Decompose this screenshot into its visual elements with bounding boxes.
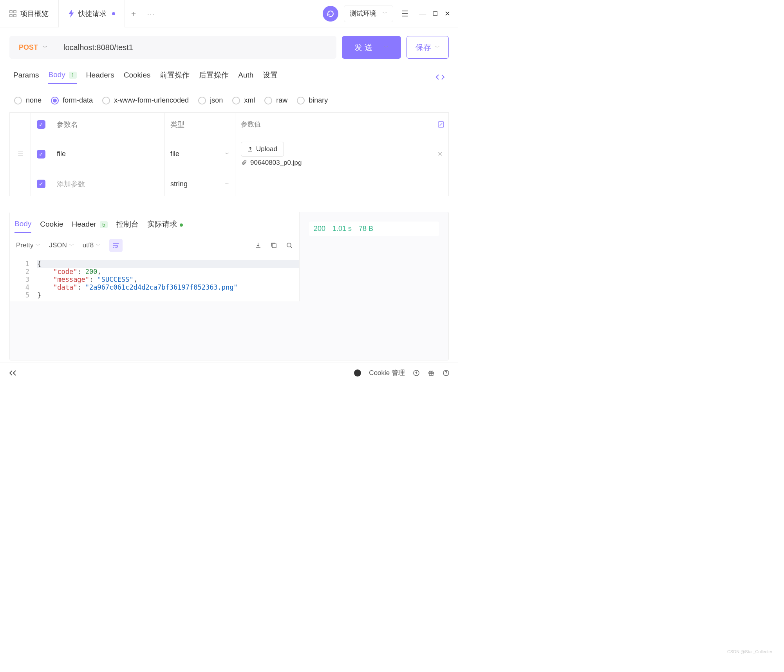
add-tab-button[interactable]: ＋ [125, 8, 142, 19]
tab-body[interactable]: Body 1 [48, 70, 76, 84]
param-table: ✓ 参数名 类型 参数值 ☰ ✓ file file ﹀ Upload 9064… [9, 112, 449, 196]
tab-overview[interactable]: 项目概览 [0, 0, 58, 27]
more-tabs-button[interactable]: ⋯ [142, 9, 159, 18]
checkbox-row[interactable]: ✓ [37, 150, 45, 159]
save-label: 保存 [415, 42, 431, 53]
svg-point-6 [287, 243, 291, 247]
response-size: 78 B [359, 225, 373, 233]
search-button[interactable] [286, 242, 293, 249]
table-row-add: ✓ 添加参数 string ﹀ [10, 172, 448, 196]
method-select[interactable]: POST ﹀ [9, 43, 57, 52]
encoding-select[interactable]: utf8 ﹀ [83, 241, 101, 249]
refresh-button[interactable] [323, 6, 338, 22]
request-tabs: Params Body 1 Headers Cookies 前置操作 后置操作 … [0, 67, 458, 87]
footer: Cookie 管理 [0, 362, 458, 383]
response-tabs: Body Cookie Header 5 控制台 实际请求 [10, 212, 299, 233]
checkbox-row[interactable]: ✓ [37, 180, 45, 188]
tab-headers[interactable]: Headers [86, 71, 114, 83]
url-input[interactable] [57, 43, 336, 52]
delete-row-button[interactable]: ✕ [431, 136, 448, 172]
wrap-toggle[interactable] [109, 239, 123, 252]
environment-select[interactable]: 测试环境 ﹀ [344, 5, 393, 22]
resp-tab-actual[interactable]: 实际请求 [147, 215, 183, 233]
upload-icon[interactable] [413, 369, 420, 377]
param-value-cell: Upload 90640803_p0.jpg [235, 136, 431, 172]
tab-settings[interactable]: 设置 [263, 70, 278, 84]
response-area: Body Cookie Header 5 控制台 实际请求 Pretty ﹀ J… [9, 212, 449, 360]
method-label: POST [19, 43, 38, 52]
green-dot-icon [180, 223, 183, 227]
download-button[interactable] [255, 242, 262, 249]
svg-rect-2 [10, 14, 12, 17]
radio-binary[interactable]: binary [297, 96, 328, 104]
request-bar: POST ﹀ 发 送 ﹀ 保存 ﹀ [0, 27, 458, 67]
help-icon[interactable] [443, 369, 450, 377]
drag-handle[interactable]: ☰ [10, 136, 31, 172]
param-type-select[interactable]: string ﹀ [165, 172, 235, 196]
copy-button[interactable] [270, 242, 277, 249]
tab-params[interactable]: Params [13, 71, 39, 83]
collapse-sidebar-button[interactable] [9, 370, 17, 376]
close-button[interactable]: ✕ [444, 9, 450, 18]
param-name-input[interactable]: file [51, 136, 165, 172]
chevron-down-icon: ﹀ [435, 44, 440, 51]
format-json-select[interactable]: JSON ﹀ [49, 241, 74, 249]
radio-none[interactable]: none [14, 96, 42, 104]
checkbox-all[interactable]: ✓ [37, 120, 45, 129]
grid-icon [9, 10, 16, 17]
radio-form-data[interactable]: form-data [51, 96, 93, 104]
radio-json[interactable]: json [198, 96, 223, 104]
resp-tab-header[interactable]: Header 5 [72, 216, 107, 232]
chevron-down-icon: ﹀ [378, 44, 388, 51]
tab-quick-request[interactable]: 快捷请求 [58, 0, 125, 27]
format-pretty-select[interactable]: Pretty ﹀ [16, 241, 40, 249]
gift-icon[interactable] [428, 369, 435, 377]
col-header-value: 参数值 [235, 113, 448, 136]
param-type-select[interactable]: file ﹀ [165, 136, 235, 172]
svg-rect-0 [10, 11, 12, 13]
bolt-icon [68, 10, 74, 18]
maximize-button[interactable]: □ [433, 9, 437, 18]
cookie-management-button[interactable]: Cookie 管理 [369, 368, 405, 377]
code-view-toggle[interactable] [435, 74, 445, 81]
svg-rect-3 [14, 14, 16, 17]
minimize-button[interactable]: — [419, 9, 426, 18]
env-label: 测试环境 [350, 9, 376, 18]
resp-tab-console[interactable]: 控制台 [116, 215, 139, 233]
tab-overview-label: 项目概览 [20, 9, 49, 18]
tab-auth[interactable]: Auth [238, 71, 253, 83]
tab-cookies[interactable]: Cookies [124, 71, 151, 83]
save-button[interactable]: 保存 ﹀ [406, 36, 449, 59]
chevron-down-icon: ﹀ [383, 10, 387, 17]
response-body-code[interactable]: 1{2 "code": 200,3 "message": "SUCCESS",4… [10, 258, 299, 301]
tab-post-script[interactable]: 后置操作 [199, 70, 229, 84]
col-header-name: 参数名 [51, 113, 165, 136]
status-code: 200 [314, 225, 325, 233]
menu-button[interactable]: ☰ [396, 9, 414, 18]
resp-tab-cookie[interactable]: Cookie [40, 216, 63, 232]
tab-quick-request-label: 快捷请求 [78, 9, 107, 18]
param-name-input[interactable]: 添加参数 [51, 172, 165, 196]
send-button[interactable]: 发 送 ﹀ [342, 36, 401, 59]
radio-xml[interactable]: xml [232, 96, 255, 104]
chevron-down-icon: ﹀ [43, 44, 47, 51]
table-row: ☰ ✓ file file ﹀ Upload 90640803_p0.jpg ✕ [10, 136, 448, 172]
svg-rect-1 [14, 11, 16, 13]
radio-raw[interactable]: raw [264, 96, 287, 104]
tab-pre-script[interactable]: 前置操作 [160, 70, 190, 84]
cookie-dot-icon [354, 369, 361, 377]
svg-rect-5 [272, 244, 276, 248]
upload-button[interactable]: Upload [241, 142, 284, 157]
param-value-input[interactable] [235, 172, 448, 196]
body-type-radios: none form-data x-www-form-urlencoded jso… [0, 87, 458, 112]
chevron-down-icon: ﹀ [225, 181, 229, 187]
resp-tab-body[interactable]: Body [14, 216, 31, 233]
bulk-edit-icon[interactable] [437, 121, 444, 128]
response-time: 1.01 s [332, 225, 352, 233]
attached-file[interactable]: 90640803_p0.jpg [241, 159, 426, 167]
unsaved-dot-icon [112, 12, 115, 15]
radio-urlencoded[interactable]: x-www-form-urlencoded [102, 96, 189, 104]
body-count-badge: 1 [69, 72, 77, 79]
method-url: POST ﹀ [9, 36, 336, 59]
app-header: 项目概览 快捷请求 ＋ ⋯ 测试环境 ﹀ ☰ — □ ✕ [0, 0, 458, 27]
